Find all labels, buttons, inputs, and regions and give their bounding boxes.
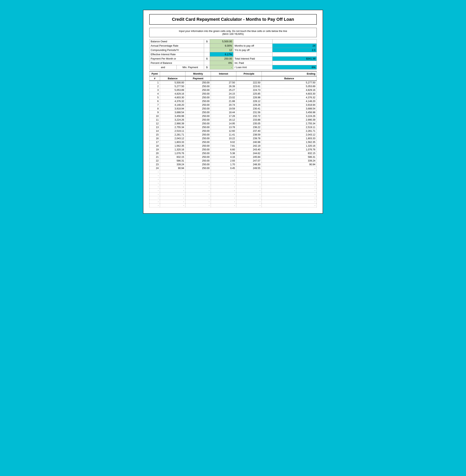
td-num: 14 (149, 129, 160, 133)
td-interest: 16.12 (211, 118, 236, 122)
td-ending: 832.15 (262, 152, 317, 155)
td-interest: 10.22 (211, 137, 236, 140)
td-balance: 5,053.89 (160, 88, 186, 92)
td-interest: 14.95 (211, 122, 236, 125)
table-row: 9 3,688.54 250.00 18.44 231.56 3,456.98 (149, 111, 317, 114)
page-title: Credit Card Repayment Calculator - Month… (149, 14, 317, 25)
td-empty-ending: - (262, 193, 317, 196)
apr-label: Annual Percentage Rate (149, 44, 204, 48)
td-principle: 230.41 (236, 107, 262, 110)
td-ending: 4,603.30 (262, 92, 317, 96)
table-row: 16 2,043.12 250.00 10.22 239.78 1,803.33 (149, 137, 317, 140)
td-ending: 3,456.98 (262, 111, 317, 114)
td-principle: 245.84 (236, 155, 262, 159)
td-empty-ending: - (262, 170, 317, 174)
td-empty-ending: - (262, 181, 317, 185)
td-payment: 250.00 (186, 81, 211, 84)
td-balance: 90.94 (160, 166, 186, 170)
td-empty-principle: - (236, 170, 262, 174)
table-row: 8 3,918.94 250.00 19.59 230.41 3,688.54 (149, 107, 317, 111)
table-row: 19 1,320.16 250.00 6.60 243.40 1,076.76 (149, 148, 317, 152)
table-header-1: Pymt Monthly Interest Principle Ending (149, 71, 317, 76)
td-empty-payment: - (186, 174, 211, 177)
instruction-line2: (MAX 100 YEARS) (151, 33, 315, 36)
td-interest: 7.81 (211, 144, 236, 148)
td-ending: 4,148.20 (262, 99, 317, 103)
amortization-table: Pymt Monthly Interest Principle Ending #… (149, 71, 317, 207)
td-empty-principle: - (236, 174, 262, 177)
compounding-value[interactable]: 12 (210, 48, 233, 52)
td-ending: 2,755.34 (262, 122, 317, 125)
td-empty-num: - (149, 204, 160, 207)
td-interest: 19.59 (211, 107, 236, 110)
td-balance: 4,376.32 (160, 99, 186, 103)
td-balance: 4,603.30 (160, 96, 186, 99)
balance-owed-value[interactable]: 5,500.00 (210, 39, 233, 43)
loan-amt-value: 6% (272, 65, 317, 69)
table-row: 6 4,376.32 250.00 21.88 228.12 4,148.20 (149, 99, 317, 103)
months-to-pay-label: Months to pay off (233, 44, 272, 48)
td-interest: 5.38 (211, 152, 236, 155)
td-balance: 1,803.33 (160, 140, 186, 144)
td-ending: 2,990.39 (262, 118, 317, 122)
td-empty-interest: - (211, 174, 236, 177)
td-principle: 242.19 (236, 144, 262, 148)
td-empty-principle: - (236, 204, 262, 207)
balance-dollar-sign: $ (204, 39, 210, 43)
td-interest: 0.45 (211, 166, 236, 170)
td-ending: 1,562.35 (262, 140, 317, 144)
td-payment: 250.00 (186, 152, 211, 155)
td-num: 8 (149, 107, 160, 110)
td-payment: 250.00 (186, 163, 211, 166)
td-balance: 1,562.35 (160, 144, 186, 148)
td-balance: 2,281.71 (160, 133, 186, 136)
td-interest: 6.60 (211, 148, 236, 151)
td-ending: 339.24 (262, 159, 317, 162)
table-row: 12 2,990.39 250.00 14.95 235.05 2,755.34 (149, 122, 317, 125)
table-row: 14 2,519.11 250.00 12.60 237.40 2,281.71 (149, 129, 317, 133)
table-row: 4 4,829.16 250.00 24.15 225.85 4,603.30 (149, 92, 317, 96)
apr-dollar-empty (204, 44, 210, 48)
td-empty-ending: - (262, 174, 317, 177)
td-empty-balance: - (160, 185, 186, 189)
td-num: 5 (149, 96, 160, 99)
td-principle: 226.98 (236, 96, 262, 99)
td-payment: 250.00 (186, 166, 211, 170)
table-row-empty: - - - - - - (149, 181, 317, 185)
td-ending: 1,803.33 (262, 137, 317, 140)
main-panel: Credit Card Repayment Calculator - Month… (143, 10, 323, 214)
payment-per-month-value[interactable]: 250.00 (210, 57, 233, 61)
td-ending: 90.94 (262, 163, 317, 166)
td-payment: 250.00 (186, 114, 211, 118)
td-interest: 17.28 (211, 114, 236, 118)
percent-balance-value[interactable]: 0% (210, 61, 233, 65)
td-ending: 586.31 (262, 155, 317, 159)
td-ending: - (262, 166, 317, 170)
td-empty-principle: - (236, 181, 262, 185)
table-row: 10 3,456.98 250.00 17.28 232.72 3,224.26 (149, 114, 317, 118)
td-interest: 26.39 (211, 85, 236, 88)
td-interest: 20.74 (211, 103, 236, 107)
sp-value[interactable]: - (210, 65, 233, 69)
total-interest-label: Total Interest Paid (233, 57, 272, 61)
td-principle: 223.61 (236, 85, 262, 88)
td-empty-ending: - (262, 196, 317, 200)
td-payment: 250.00 (186, 85, 211, 88)
td-num: 19 (149, 148, 160, 151)
td-num: 18 (149, 144, 160, 148)
td-empty-payment: - (186, 185, 211, 189)
td-empty-ending: - (262, 204, 317, 207)
td-ending: 4,376.32 (262, 96, 317, 99)
table-row: 22 586.31 250.00 2.93 247.07 339.24 (149, 159, 317, 163)
th-monthly: Monthly (186, 72, 211, 76)
td-num: 13 (149, 125, 160, 129)
td-balance: 586.31 (160, 159, 186, 162)
td-empty-principle: - (236, 200, 262, 203)
td-payment: 250.00 (186, 92, 211, 96)
table-header-2: # Balance Payment Balance (149, 76, 317, 81)
td-payment: 250.00 (186, 125, 211, 129)
apr-value[interactable]: 6.00% (210, 44, 233, 48)
table-row-empty: - - - - - - (149, 204, 317, 207)
td-principle: 239.78 (236, 137, 262, 140)
td-empty-num: - (149, 170, 160, 174)
